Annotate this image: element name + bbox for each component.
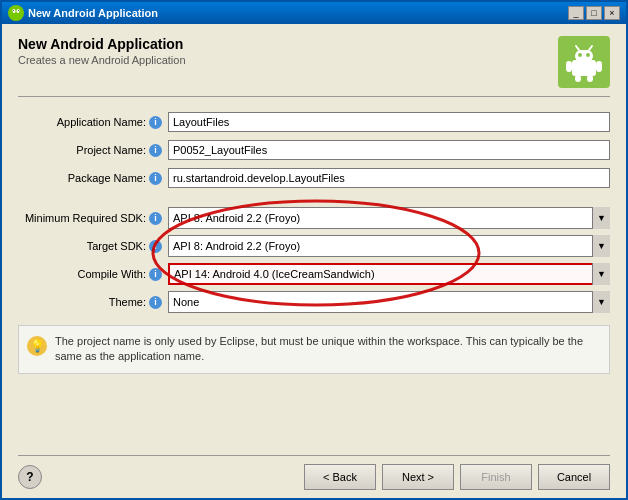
application-name-input[interactable]: [168, 112, 610, 132]
package-name-row: Package Name: i: [18, 167, 610, 189]
form-area: Application Name: i Project Name: i: [18, 111, 610, 313]
back-button[interactable]: < Back: [304, 464, 376, 490]
target-sdk-info-icon[interactable]: i: [149, 240, 162, 253]
project-name-label: Project Name: i: [18, 144, 168, 157]
theme-select-wrapper: None Holo Light Holo Dark ▼: [168, 291, 610, 313]
next-button[interactable]: Next >: [382, 464, 454, 490]
min-sdk-row: Minimum Required SDK: i API 8: Android 2…: [18, 207, 610, 229]
theme-row: Theme: i None Holo Light Holo Dark ▼: [18, 291, 610, 313]
button-bar: ? < Back Next > Finish Cancel: [18, 455, 610, 490]
page-title: New Android Application: [18, 36, 186, 52]
android-logo: [558, 36, 610, 88]
package-name-input[interactable]: [168, 168, 610, 188]
title-bar-text: New Android Application: [28, 7, 568, 19]
cancel-button[interactable]: Cancel: [538, 464, 610, 490]
min-sdk-info-icon[interactable]: i: [149, 212, 162, 225]
compile-with-row: Compile With: i API 14: Android 4.0 (Ice…: [18, 263, 610, 285]
compile-with-select[interactable]: API 14: Android 4.0 (IceCreamSandwich) A…: [168, 263, 610, 285]
target-sdk-select[interactable]: API 8: Android 2.2 (Froyo) API 14: Andro…: [168, 235, 610, 257]
help-button[interactable]: ?: [18, 465, 42, 489]
theme-info-icon[interactable]: i: [149, 296, 162, 309]
theme-label: Theme: i: [18, 296, 168, 309]
package-name-info-icon[interactable]: i: [149, 172, 162, 185]
page-subtitle: Creates a new Android Application: [18, 54, 186, 66]
svg-rect-6: [572, 60, 596, 76]
svg-rect-15: [587, 75, 593, 82]
form-container: Application Name: i Project Name: i: [18, 111, 610, 313]
min-sdk-select-wrapper: API 8: Android 2.2 (Froyo) API 14: Andro…: [168, 207, 610, 229]
project-name-input[interactable]: [168, 140, 610, 160]
info-box-text: The project name is only used by Eclipse…: [55, 334, 601, 365]
application-name-row: Application Name: i: [18, 111, 610, 133]
svg-rect-7: [575, 50, 593, 62]
svg-point-9: [586, 53, 590, 57]
nav-button-group: < Back Next > Finish Cancel: [304, 464, 610, 490]
close-button[interactable]: ×: [604, 6, 620, 20]
page-header-text: New Android Application Creates a new An…: [18, 36, 186, 66]
target-sdk-label: Target SDK: i: [18, 240, 168, 253]
title-bar: New Android Application _ □ ×: [2, 2, 626, 24]
svg-point-0: [11, 8, 21, 18]
svg-rect-4: [18, 10, 19, 11]
package-name-label: Package Name: i: [18, 172, 168, 185]
compile-with-info-icon[interactable]: i: [149, 268, 162, 281]
project-name-info-icon[interactable]: i: [149, 144, 162, 157]
svg-rect-14: [575, 75, 581, 82]
target-sdk-row: Target SDK: i API 8: Android 2.2 (Froyo)…: [18, 235, 610, 257]
min-sdk-select[interactable]: API 8: Android 2.2 (Froyo) API 14: Andro…: [168, 207, 610, 229]
info-box-icon: 💡: [27, 336, 47, 356]
application-name-info-icon[interactable]: i: [149, 116, 162, 129]
window-icon: [8, 5, 24, 21]
application-name-label: Application Name: i: [18, 116, 168, 129]
title-bar-buttons: _ □ ×: [568, 6, 620, 20]
maximize-button[interactable]: □: [586, 6, 602, 20]
svg-point-8: [578, 53, 582, 57]
minimize-button[interactable]: _: [568, 6, 584, 20]
page-header: New Android Application Creates a new An…: [18, 36, 610, 97]
main-window: New Android Application _ □ × New Androi…: [0, 0, 628, 500]
compile-with-label: Compile With: i: [18, 268, 168, 281]
min-sdk-label: Minimum Required SDK: i: [18, 212, 168, 225]
theme-select[interactable]: None Holo Light Holo Dark: [168, 291, 610, 313]
svg-rect-3: [13, 10, 14, 11]
window-content: New Android Application Creates a new An…: [2, 24, 626, 498]
project-name-row: Project Name: i: [18, 139, 610, 161]
svg-rect-13: [596, 61, 602, 72]
svg-rect-12: [566, 61, 572, 72]
target-sdk-select-wrapper: API 8: Android 2.2 (Froyo) API 14: Andro…: [168, 235, 610, 257]
info-box: 💡 The project name is only used by Eclip…: [18, 325, 610, 374]
finish-button[interactable]: Finish: [460, 464, 532, 490]
compile-with-select-wrapper: API 14: Android 4.0 (IceCreamSandwich) A…: [168, 263, 610, 285]
